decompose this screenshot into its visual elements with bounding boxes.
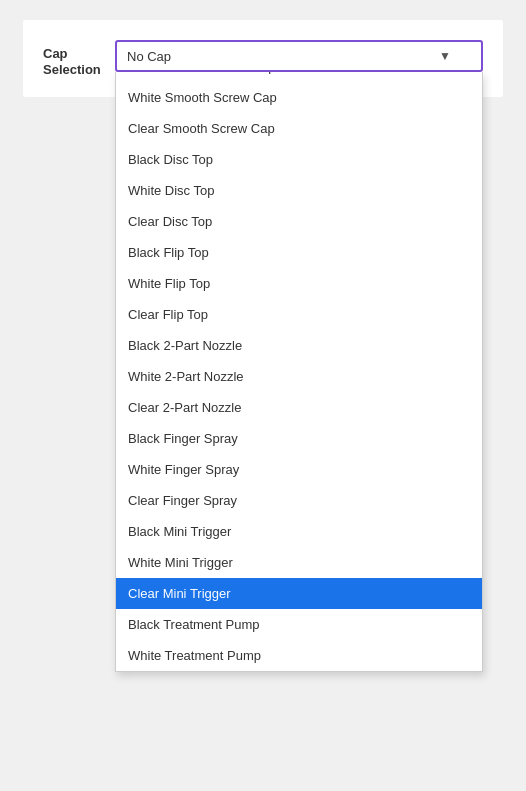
list-item[interactable]: White Finger Spray [116, 454, 482, 485]
list-item[interactable]: Black Treatment Pump [116, 609, 482, 640]
list-item[interactable]: Clear Finger Spray [116, 485, 482, 516]
list-item[interactable]: White 2-Part Nozzle [116, 361, 482, 392]
list-item[interactable]: Clear Flip Top [116, 299, 482, 330]
field-label: Cap Selection [43, 40, 103, 77]
list-item[interactable]: White Treatment Pump [116, 640, 482, 671]
list-item[interactable]: White Disc Top [116, 175, 482, 206]
cap-selection-container: Cap Selection No Cap ▼ Black Smooth Scre… [23, 20, 503, 97]
list-item[interactable]: Clear Smooth Screw Cap [116, 113, 482, 144]
list-item[interactable]: Black Disc Top [116, 144, 482, 175]
dropdown-selected-text: No Cap [127, 49, 171, 64]
list-item[interactable]: White Smooth Screw Cap [116, 82, 482, 113]
dropdown-selected[interactable]: No Cap ▼ [115, 40, 483, 72]
dropdown-wrapper: No Cap ▼ Black Smooth Screw CapWhite Smo… [115, 40, 483, 72]
list-item[interactable]: Clear Disc Top [116, 206, 482, 237]
list-item[interactable]: Clear Mini Trigger [116, 578, 482, 609]
chevron-down-icon: ▼ [439, 49, 451, 63]
dropdown-list[interactable]: Black Smooth Screw CapWhite Smooth Screw… [115, 72, 483, 672]
list-item[interactable]: White Flip Top [116, 268, 482, 299]
list-item[interactable]: Black Mini Trigger [116, 516, 482, 547]
list-item[interactable]: Black Finger Spray [116, 423, 482, 454]
list-item[interactable]: Black Smooth Screw Cap [116, 72, 482, 82]
list-item[interactable]: Black 2-Part Nozzle [116, 330, 482, 361]
field-row: Cap Selection No Cap ▼ Black Smooth Scre… [43, 40, 483, 77]
list-item[interactable]: Clear 2-Part Nozzle [116, 392, 482, 423]
list-item[interactable]: White Mini Trigger [116, 547, 482, 578]
list-item[interactable]: Black Flip Top [116, 237, 482, 268]
